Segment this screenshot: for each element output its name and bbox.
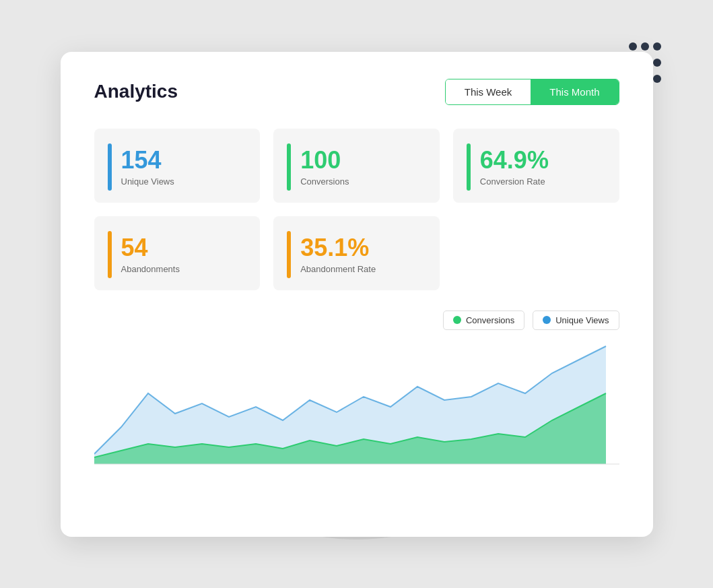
tab-this-week[interactable]: This Week bbox=[446, 79, 531, 104]
stat-abandonments: 54 Abandonments bbox=[94, 216, 261, 290]
stat-content-unique-views: 154 Unique Views bbox=[121, 147, 174, 187]
time-filter-tabs: This Week This Month bbox=[445, 79, 619, 105]
stat-unique-views: 154 Unique Views bbox=[94, 129, 261, 203]
chart-legend: Conversions Unique Views bbox=[94, 311, 619, 330]
tab-this-month[interactable]: This Month bbox=[531, 79, 618, 104]
stat-bar-abandonments bbox=[108, 231, 112, 278]
legend-label-unique-views: Unique Views bbox=[555, 315, 609, 325]
stat-conversion-rate: 64.9% Conversion Rate bbox=[453, 129, 619, 203]
legend-conversions: Conversions bbox=[443, 311, 524, 330]
legend-unique-views: Unique Views bbox=[533, 311, 619, 330]
stats-row-1: 154 Unique Views 100 Conversions 64.9% C… bbox=[94, 129, 619, 203]
line-chart bbox=[94, 339, 619, 467]
page-header: Analytics This Week This Month bbox=[94, 79, 619, 105]
main-card: Analytics This Week This Month 154 Uniqu… bbox=[61, 52, 653, 537]
page-title: Analytics bbox=[94, 81, 178, 102]
stat-value-unique-views: 154 bbox=[121, 147, 174, 174]
stat-label-abandonments: Abandonments bbox=[121, 264, 180, 274]
legend-dot-unique-views bbox=[543, 316, 551, 324]
stat-content-abandonment-rate: 35.1% Abandonment Rate bbox=[300, 234, 376, 274]
stat-content-conversion-rate: 64.9% Conversion Rate bbox=[480, 147, 549, 187]
stat-label-unique-views: Unique Views bbox=[121, 176, 174, 187]
stat-label-abandonment-rate: Abandonment Rate bbox=[300, 264, 376, 274]
stat-content-abandonments: 54 Abandonments bbox=[121, 234, 180, 274]
stat-bar-unique-views bbox=[108, 143, 112, 191]
stat-value-abandonments: 54 bbox=[121, 234, 180, 261]
stat-abandonment-rate: 35.1% Abandonment Rate bbox=[273, 216, 440, 290]
stat-conversions: 100 Conversions bbox=[273, 129, 440, 203]
stats-row-2: 54 Abandonments 35.1% Abandonment Rate bbox=[94, 216, 619, 290]
stat-value-abandonment-rate: 35.1% bbox=[300, 234, 376, 261]
stat-value-conversion-rate: 64.9% bbox=[480, 147, 549, 174]
stat-bar-abandonment-rate bbox=[287, 231, 291, 278]
chart-svg bbox=[94, 339, 619, 467]
stat-content-conversions: 100 Conversions bbox=[300, 147, 349, 187]
legend-dot-conversions bbox=[453, 316, 461, 324]
legend-label-conversions: Conversions bbox=[466, 315, 514, 325]
stat-bar-conversions bbox=[287, 143, 291, 191]
stat-value-conversions: 100 bbox=[300, 147, 349, 174]
stat-label-conversion-rate: Conversion Rate bbox=[480, 176, 549, 187]
stat-label-conversions: Conversions bbox=[300, 176, 349, 187]
stat-bar-conversion-rate bbox=[467, 143, 471, 191]
